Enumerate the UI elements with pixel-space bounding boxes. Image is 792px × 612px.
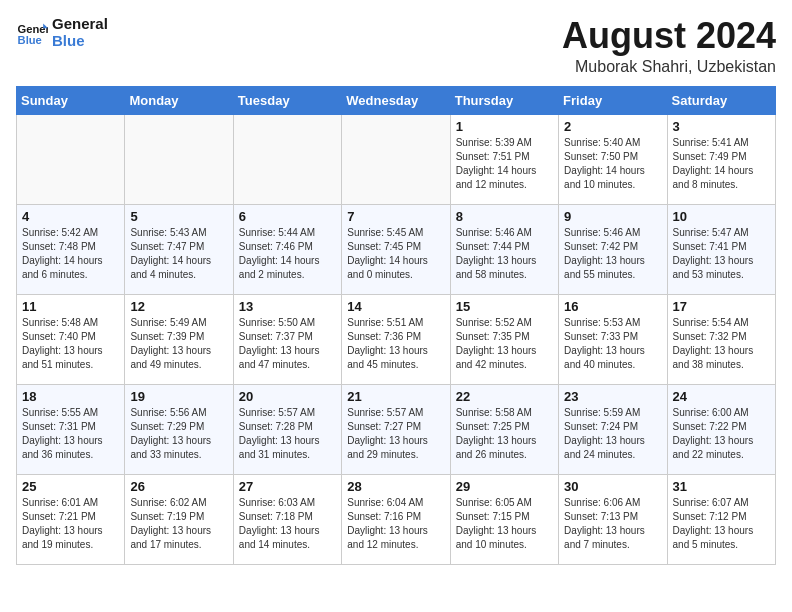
calendar-cell: 31Sunrise: 6:07 AMSunset: 7:12 PMDayligh… <box>667 474 775 564</box>
calendar-cell: 15Sunrise: 5:52 AMSunset: 7:35 PMDayligh… <box>450 294 558 384</box>
day-number: 4 <box>22 209 119 224</box>
calendar-cell: 21Sunrise: 5:57 AMSunset: 7:27 PMDayligh… <box>342 384 450 474</box>
day-info: Sunrise: 6:03 AMSunset: 7:18 PMDaylight:… <box>239 496 336 552</box>
day-info: Sunrise: 5:50 AMSunset: 7:37 PMDaylight:… <box>239 316 336 372</box>
week-row-3: 11Sunrise: 5:48 AMSunset: 7:40 PMDayligh… <box>17 294 776 384</box>
calendar-cell: 12Sunrise: 5:49 AMSunset: 7:39 PMDayligh… <box>125 294 233 384</box>
logo-blue: Blue <box>52 33 108 50</box>
day-number: 19 <box>130 389 227 404</box>
day-number: 3 <box>673 119 770 134</box>
calendar-cell: 29Sunrise: 6:05 AMSunset: 7:15 PMDayligh… <box>450 474 558 564</box>
day-info: Sunrise: 5:58 AMSunset: 7:25 PMDaylight:… <box>456 406 553 462</box>
calendar-cell: 14Sunrise: 5:51 AMSunset: 7:36 PMDayligh… <box>342 294 450 384</box>
day-info: Sunrise: 5:53 AMSunset: 7:33 PMDaylight:… <box>564 316 661 372</box>
day-number: 21 <box>347 389 444 404</box>
day-info: Sunrise: 5:45 AMSunset: 7:45 PMDaylight:… <box>347 226 444 282</box>
calendar-cell: 8Sunrise: 5:46 AMSunset: 7:44 PMDaylight… <box>450 204 558 294</box>
weekday-header-saturday: Saturday <box>667 86 775 114</box>
day-number: 16 <box>564 299 661 314</box>
logo: General Blue General Blue <box>16 16 108 49</box>
day-info: Sunrise: 5:42 AMSunset: 7:48 PMDaylight:… <box>22 226 119 282</box>
day-number: 14 <box>347 299 444 314</box>
day-number: 29 <box>456 479 553 494</box>
day-number: 5 <box>130 209 227 224</box>
calendar-cell: 28Sunrise: 6:04 AMSunset: 7:16 PMDayligh… <box>342 474 450 564</box>
week-row-1: 1Sunrise: 5:39 AMSunset: 7:51 PMDaylight… <box>17 114 776 204</box>
day-number: 28 <box>347 479 444 494</box>
day-info: Sunrise: 5:41 AMSunset: 7:49 PMDaylight:… <box>673 136 770 192</box>
day-info: Sunrise: 5:56 AMSunset: 7:29 PMDaylight:… <box>130 406 227 462</box>
calendar-cell: 30Sunrise: 6:06 AMSunset: 7:13 PMDayligh… <box>559 474 667 564</box>
week-row-2: 4Sunrise: 5:42 AMSunset: 7:48 PMDaylight… <box>17 204 776 294</box>
calendar-cell: 22Sunrise: 5:58 AMSunset: 7:25 PMDayligh… <box>450 384 558 474</box>
calendar-cell: 5Sunrise: 5:43 AMSunset: 7:47 PMDaylight… <box>125 204 233 294</box>
calendar-cell <box>342 114 450 204</box>
day-info: Sunrise: 5:40 AMSunset: 7:50 PMDaylight:… <box>564 136 661 192</box>
day-info: Sunrise: 6:04 AMSunset: 7:16 PMDaylight:… <box>347 496 444 552</box>
calendar-cell <box>17 114 125 204</box>
day-info: Sunrise: 5:49 AMSunset: 7:39 PMDaylight:… <box>130 316 227 372</box>
month-title: August 2024 <box>562 16 776 56</box>
day-number: 25 <box>22 479 119 494</box>
calendar-cell: 10Sunrise: 5:47 AMSunset: 7:41 PMDayligh… <box>667 204 775 294</box>
calendar-cell: 11Sunrise: 5:48 AMSunset: 7:40 PMDayligh… <box>17 294 125 384</box>
day-info: Sunrise: 5:44 AMSunset: 7:46 PMDaylight:… <box>239 226 336 282</box>
calendar-cell: 16Sunrise: 5:53 AMSunset: 7:33 PMDayligh… <box>559 294 667 384</box>
day-info: Sunrise: 5:57 AMSunset: 7:27 PMDaylight:… <box>347 406 444 462</box>
day-info: Sunrise: 5:47 AMSunset: 7:41 PMDaylight:… <box>673 226 770 282</box>
day-number: 12 <box>130 299 227 314</box>
day-number: 31 <box>673 479 770 494</box>
title-area: August 2024 Muborak Shahri, Uzbekistan <box>562 16 776 76</box>
day-info: Sunrise: 5:57 AMSunset: 7:28 PMDaylight:… <box>239 406 336 462</box>
day-info: Sunrise: 5:59 AMSunset: 7:24 PMDaylight:… <box>564 406 661 462</box>
day-number: 30 <box>564 479 661 494</box>
location-title: Muborak Shahri, Uzbekistan <box>562 58 776 76</box>
calendar-cell: 27Sunrise: 6:03 AMSunset: 7:18 PMDayligh… <box>233 474 341 564</box>
svg-text:Blue: Blue <box>18 34 42 46</box>
calendar-cell: 23Sunrise: 5:59 AMSunset: 7:24 PMDayligh… <box>559 384 667 474</box>
day-info: Sunrise: 6:00 AMSunset: 7:22 PMDaylight:… <box>673 406 770 462</box>
day-info: Sunrise: 6:02 AMSunset: 7:19 PMDaylight:… <box>130 496 227 552</box>
calendar-cell <box>233 114 341 204</box>
day-number: 26 <box>130 479 227 494</box>
calendar-cell: 18Sunrise: 5:55 AMSunset: 7:31 PMDayligh… <box>17 384 125 474</box>
calendar-table: SundayMondayTuesdayWednesdayThursdayFrid… <box>16 86 776 565</box>
day-info: Sunrise: 6:07 AMSunset: 7:12 PMDaylight:… <box>673 496 770 552</box>
day-number: 20 <box>239 389 336 404</box>
day-number: 27 <box>239 479 336 494</box>
day-info: Sunrise: 5:43 AMSunset: 7:47 PMDaylight:… <box>130 226 227 282</box>
day-number: 11 <box>22 299 119 314</box>
calendar-cell: 26Sunrise: 6:02 AMSunset: 7:19 PMDayligh… <box>125 474 233 564</box>
calendar-cell: 17Sunrise: 5:54 AMSunset: 7:32 PMDayligh… <box>667 294 775 384</box>
weekday-header-sunday: Sunday <box>17 86 125 114</box>
day-info: Sunrise: 5:48 AMSunset: 7:40 PMDaylight:… <box>22 316 119 372</box>
calendar-cell: 3Sunrise: 5:41 AMSunset: 7:49 PMDaylight… <box>667 114 775 204</box>
day-number: 15 <box>456 299 553 314</box>
day-number: 1 <box>456 119 553 134</box>
calendar-cell: 24Sunrise: 6:00 AMSunset: 7:22 PMDayligh… <box>667 384 775 474</box>
weekday-header-monday: Monday <box>125 86 233 114</box>
day-number: 18 <box>22 389 119 404</box>
day-info: Sunrise: 5:55 AMSunset: 7:31 PMDaylight:… <box>22 406 119 462</box>
day-info: Sunrise: 6:01 AMSunset: 7:21 PMDaylight:… <box>22 496 119 552</box>
weekday-header-wednesday: Wednesday <box>342 86 450 114</box>
calendar-cell: 4Sunrise: 5:42 AMSunset: 7:48 PMDaylight… <box>17 204 125 294</box>
day-number: 9 <box>564 209 661 224</box>
day-info: Sunrise: 5:46 AMSunset: 7:42 PMDaylight:… <box>564 226 661 282</box>
day-info: Sunrise: 5:51 AMSunset: 7:36 PMDaylight:… <box>347 316 444 372</box>
weekday-header-friday: Friday <box>559 86 667 114</box>
day-info: Sunrise: 5:39 AMSunset: 7:51 PMDaylight:… <box>456 136 553 192</box>
day-info: Sunrise: 6:05 AMSunset: 7:15 PMDaylight:… <box>456 496 553 552</box>
calendar-cell: 19Sunrise: 5:56 AMSunset: 7:29 PMDayligh… <box>125 384 233 474</box>
header: General Blue General Blue August 2024 Mu… <box>16 16 776 76</box>
week-row-4: 18Sunrise: 5:55 AMSunset: 7:31 PMDayligh… <box>17 384 776 474</box>
calendar-cell <box>125 114 233 204</box>
day-number: 17 <box>673 299 770 314</box>
logo-icon: General Blue <box>16 17 48 49</box>
weekday-header-thursday: Thursday <box>450 86 558 114</box>
day-info: Sunrise: 6:06 AMSunset: 7:13 PMDaylight:… <box>564 496 661 552</box>
weekday-header-tuesday: Tuesday <box>233 86 341 114</box>
day-info: Sunrise: 5:52 AMSunset: 7:35 PMDaylight:… <box>456 316 553 372</box>
day-number: 6 <box>239 209 336 224</box>
day-number: 22 <box>456 389 553 404</box>
